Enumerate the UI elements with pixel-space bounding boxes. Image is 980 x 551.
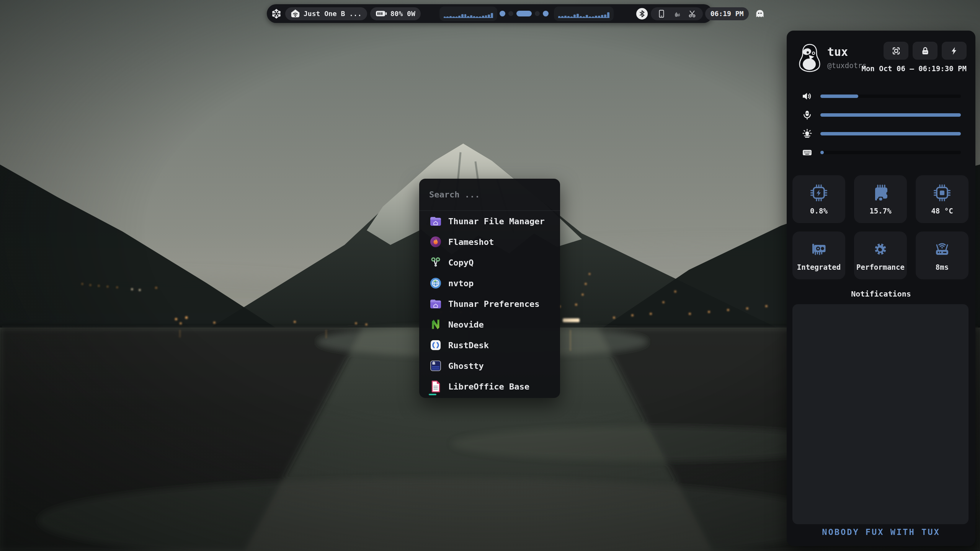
app-item-rustdesk[interactable]: RustDesk: [419, 335, 560, 355]
visualizer-bar: [473, 16, 475, 18]
visualizer-bar: [577, 14, 579, 18]
visualizer-bar: [589, 16, 591, 18]
user-handle: @tuxdotrs: [827, 61, 867, 70]
notifications-panel: [792, 304, 969, 524]
battery-label: 80% 0W: [390, 10, 415, 18]
app-item-libreoffice-base[interactable]: LibreOffice Base: [419, 376, 560, 397]
flame-icon[interactable]: [672, 9, 681, 18]
distro-logo-icon[interactable]: [271, 9, 281, 19]
ghost-icon[interactable]: [755, 9, 765, 19]
search-row: [419, 179, 560, 211]
brightness-icon: [802, 129, 812, 139]
flameshot-icon: [429, 235, 442, 248]
lock-button[interactable]: [913, 42, 938, 60]
visualizer-bar: [444, 16, 446, 18]
microphone-slider[interactable]: [820, 113, 961, 117]
app-label: CopyQ: [448, 258, 474, 267]
sidebar-footer-motto: NOBODY FUX WITH TUX: [787, 527, 975, 537]
keyboard-icon: [802, 147, 812, 158]
datetime-label: Mon Oct 06 – 06:19:30 PM: [861, 64, 967, 73]
power-button[interactable]: [942, 42, 967, 60]
visualizer-bar: [464, 14, 467, 18]
rustdesk-icon: [429, 339, 442, 352]
visualizer-bar: [467, 16, 469, 18]
visualizer-bar: [458, 16, 461, 18]
memory-usage-value: 15.7%: [869, 207, 891, 215]
app-label: nvtop: [448, 279, 474, 288]
microphone-slider-row: [787, 106, 975, 124]
app-item-flameshot[interactable]: Flameshot: [419, 231, 560, 252]
workspace-dot-occupied[interactable]: [543, 11, 549, 16]
app-label: LibreOffice Base: [448, 382, 529, 391]
search-input[interactable]: [429, 190, 550, 199]
router-icon: [933, 240, 951, 258]
app-label: Thunar File Manager: [448, 217, 545, 226]
battery-widget[interactable]: 80% 0W: [370, 7, 421, 20]
brightness-slider[interactable]: [820, 132, 961, 135]
visualizer-bar: [452, 16, 455, 18]
visualizer-bar: [595, 16, 597, 18]
visualizer-bar: [482, 16, 484, 18]
keyboard-backlight-slider-row: [787, 143, 975, 162]
visualizer-bar: [446, 16, 449, 18]
workspace-dot-empty[interactable]: [535, 11, 540, 16]
performance-gauge-icon: [871, 240, 890, 258]
scissors-icon[interactable]: [688, 9, 697, 18]
visualizer-bar: [607, 12, 609, 18]
neovide-icon: [429, 318, 442, 331]
system-tray: [651, 7, 703, 20]
media-player-widget[interactable]: Just One B ...: [285, 7, 367, 20]
app-item-nvtop[interactable]: nvtop: [419, 273, 560, 293]
visualizer-bar: [485, 15, 487, 18]
keyboard-backlight-slider[interactable]: [820, 151, 961, 154]
phone-icon[interactable]: [657, 9, 666, 18]
memory-icon: [871, 184, 890, 202]
gpu-card[interactable]: Integrated: [792, 231, 845, 279]
app-label: Thunar Preferences: [448, 299, 539, 309]
audio-visualizer-right: [554, 7, 614, 21]
volume-slider[interactable]: [820, 95, 961, 98]
network-latency-card[interactable]: 8ms: [916, 231, 969, 279]
screenshot-button[interactable]: [884, 42, 908, 60]
app-item-thunar-file-manager[interactable]: Thunar File Manager: [419, 211, 560, 231]
visualizer-bar: [558, 16, 560, 18]
app-item-neovide[interactable]: Neovide: [419, 314, 560, 335]
visualizer-bar: [573, 15, 576, 18]
cpu-icon: [810, 184, 828, 202]
app-item-thunar-preferences[interactable]: Thunar Preferences: [419, 293, 560, 314]
cpu-usage-card[interactable]: 0.8%: [792, 175, 845, 223]
temperature-card[interactable]: 48 °C: [916, 175, 969, 223]
app-item-ghostty[interactable]: Ghostty: [419, 355, 560, 376]
media-title: Just One B ...: [304, 10, 362, 18]
bluetooth-icon: [638, 10, 646, 18]
keyboard-backlight-fill: [820, 151, 824, 154]
memory-usage-card[interactable]: 15.7%: [854, 175, 907, 223]
power-bolt-icon: [950, 46, 959, 55]
bluetooth-button[interactable]: [636, 8, 648, 20]
workspace-dot-active[interactable]: [516, 11, 532, 16]
visualizer-bar: [570, 16, 573, 18]
desktop: Just One B ... 80% 0W: [0, 0, 980, 551]
temperature-value: 48 °C: [931, 207, 953, 215]
visualizer-bar: [604, 15, 606, 18]
control-sidebar: tux @tuxdotrs: [787, 31, 975, 546]
clock-widget[interactable]: 06:19 PM: [705, 7, 749, 20]
libreoffice-base-icon: [429, 380, 442, 393]
tux-avatar: [797, 43, 822, 72]
app-label: Neovide: [448, 320, 484, 329]
visualizer-bar: [470, 15, 472, 18]
performance-card[interactable]: Performance: [854, 231, 907, 279]
workspace-dot-occupied[interactable]: [500, 11, 505, 16]
network-latency-value: 8ms: [936, 263, 949, 271]
visualizer-bar: [449, 16, 452, 18]
app-label: Ghostty: [448, 361, 484, 371]
app-item-copyq[interactable]: CopyQ: [419, 252, 560, 273]
visualizer-bar: [491, 13, 493, 18]
visualizer-bar: [586, 15, 588, 18]
gpu-value: Integrated: [797, 263, 841, 271]
microphone-fill: [820, 113, 961, 117]
visualizer-bar: [476, 16, 478, 18]
workspace-dot-empty[interactable]: [508, 11, 513, 16]
visualizer-bar: [583, 16, 585, 18]
brightness-fill: [820, 132, 961, 135]
